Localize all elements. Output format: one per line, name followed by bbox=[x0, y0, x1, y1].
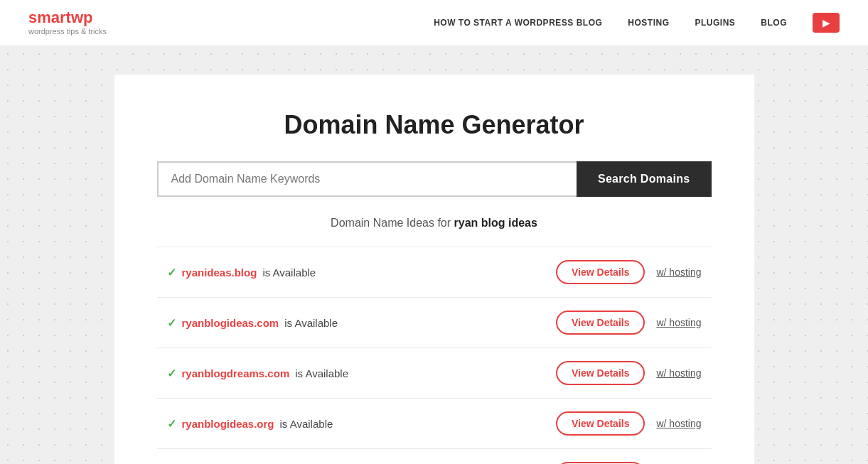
view-details-button-0[interactable]: View Details bbox=[556, 260, 645, 284]
view-details-button-2[interactable]: View Details bbox=[556, 361, 645, 385]
site-header: smartwp wordpress tips & tricks HOW TO S… bbox=[0, 0, 868, 46]
logo-tagline: wordpress tips & tricks bbox=[28, 27, 107, 36]
hosting-link-0[interactable]: w/ hosting bbox=[656, 266, 701, 278]
main-card: Domain Name Generator Search Domains Dom… bbox=[114, 75, 754, 464]
nav-hosting[interactable]: HOSTING bbox=[628, 18, 669, 28]
main-nav: HOW TO START A WORDPRESS BLOG HOSTING PL… bbox=[434, 13, 840, 33]
domain-row: ✓ ryanblogideas.org is Available View De… bbox=[157, 399, 712, 449]
logo[interactable]: smartwp wordpress tips & tricks bbox=[28, 10, 107, 36]
youtube-button[interactable]: ▶ bbox=[813, 13, 840, 33]
domain-name-3: ryanblogideas.org bbox=[182, 418, 274, 430]
domain-row: ✓ ryanblogdreams.com is Available View D… bbox=[157, 348, 712, 399]
domain-row: ✓ yourryanblogideas.com is Available Vie… bbox=[157, 449, 712, 464]
domain-name-2: ryanblogdreams.com bbox=[182, 367, 290, 379]
domain-list: ✓ ryanideas.blog is Available View Detai… bbox=[157, 247, 712, 464]
check-icon-1: ✓ bbox=[167, 316, 176, 330]
search-button[interactable]: Search Domains bbox=[577, 161, 712, 197]
logo-text: smartwp bbox=[28, 10, 107, 26]
search-row: Search Domains bbox=[157, 161, 712, 197]
view-details-button-1[interactable]: View Details bbox=[556, 311, 645, 335]
domain-status-2: is Available bbox=[295, 367, 348, 379]
domain-row: ✓ ryanblogideas.com is Available View De… bbox=[157, 298, 712, 348]
hosting-link-3[interactable]: w/ hosting bbox=[656, 418, 701, 429]
logo-smart: smart bbox=[28, 9, 71, 26]
domain-left-2: ✓ ryanblogdreams.com is Available bbox=[167, 367, 349, 380]
nav-blog[interactable]: BLOG bbox=[761, 18, 787, 28]
subtitle-query: ryan blog ideas bbox=[454, 217, 537, 229]
check-icon-2: ✓ bbox=[167, 367, 176, 380]
page-title: Domain Name Generator bbox=[157, 110, 712, 140]
search-input[interactable] bbox=[157, 161, 577, 197]
domain-name-1: ryanblogideas.com bbox=[182, 317, 279, 329]
domain-status-1: is Available bbox=[284, 317, 338, 329]
check-icon-0: ✓ bbox=[167, 266, 176, 279]
hosting-link-2[interactable]: w/ hosting bbox=[656, 367, 701, 379]
domain-status-3: is Available bbox=[280, 418, 333, 430]
view-details-button-3[interactable]: View Details bbox=[556, 411, 645, 436]
domain-right-3: View Details w/ hosting bbox=[556, 411, 702, 436]
domain-left-3: ✓ ryanblogideas.org is Available bbox=[167, 417, 333, 431]
domain-row: ✓ ryanideas.blog is Available View Detai… bbox=[157, 247, 712, 298]
domain-status-0: is Available bbox=[262, 266, 316, 279]
subtitle: Domain Name Ideas for ryan blog ideas bbox=[157, 217, 712, 230]
check-icon-3: ✓ bbox=[167, 417, 176, 431]
hosting-link-1[interactable]: w/ hosting bbox=[656, 317, 701, 328]
subtitle-prefix: Domain Name Ideas for bbox=[331, 217, 454, 229]
domain-right-2: View Details w/ hosting bbox=[556, 361, 702, 385]
domain-right-0: View Details w/ hosting bbox=[556, 260, 702, 284]
nav-how-to-start[interactable]: HOW TO START A WORDPRESS BLOG bbox=[434, 18, 602, 28]
domain-right-1: View Details w/ hosting bbox=[556, 311, 702, 335]
page-background: Domain Name Generator Search Domains Dom… bbox=[0, 46, 868, 464]
nav-plugins[interactable]: PLUGINS bbox=[695, 18, 735, 28]
domain-left-0: ✓ ryanideas.blog is Available bbox=[167, 266, 316, 279]
domain-name-0: ryanideas.blog bbox=[182, 266, 257, 279]
logo-wp: wp bbox=[71, 9, 93, 26]
domain-left-1: ✓ ryanblogideas.com is Available bbox=[167, 316, 338, 330]
